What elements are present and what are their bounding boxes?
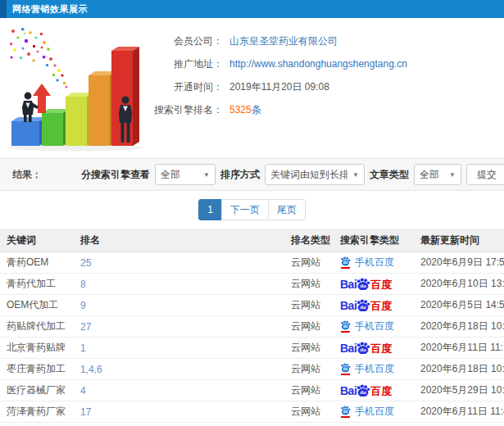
company-label: 会员公司： <box>149 34 223 48</box>
rank-cell[interactable]: 4 <box>74 385 284 397</box>
sort-select[interactable]: 关键词由短到长排序 ▼ <box>265 164 365 185</box>
info-row-company: 会员公司： 山东皇圣堂药业有限公司 <box>149 29 504 52</box>
page-current[interactable]: 1 <box>198 199 222 220</box>
caret-down-icon: ▼ <box>203 171 210 179</box>
keyword-cell: 膏药代加工 <box>0 277 74 291</box>
filter-bar: 结果： 分搜索引擎查看 全部 ▼ 排序方式 关键词由短到长排序 ▼ 文章类型 全… <box>0 158 504 191</box>
svg-text:du: du <box>361 283 367 288</box>
baidu-paw-icon: du <box>356 342 370 354</box>
svg-text:du: du <box>343 324 348 329</box>
rank-type-cell: 云网站 <box>284 405 334 419</box>
table-header-row: 关键词 排名 排名类型 搜索引擎类型 最新更新时间 <box>0 229 504 252</box>
table-row: OEM代加工 9 云网站 Bai du 百度 2020年6月5日 14:57 <box>0 295 504 316</box>
rank-type-cell: 云网站 <box>284 362 334 376</box>
keyword-cell: 枣庄膏药加工 <box>0 362 74 376</box>
header-rank-type: 排名类型 <box>284 233 334 247</box>
rank-count-value: 5325 <box>229 104 252 116</box>
keyword-cell: 药贴牌代加工 <box>0 320 74 333</box>
keyword-cell: 菏泽膏药厂家 <box>0 405 74 419</box>
updated-cell: 2020年6月5日 14:57 <box>414 298 504 312</box>
mobile-baidu-logo: du 手机百度 <box>340 256 394 270</box>
rank-cell[interactable]: 27 <box>74 321 284 333</box>
rank-cell[interactable]: 25 <box>74 257 284 269</box>
mobile-baidu-label: 手机百度 <box>355 362 394 376</box>
page-next-button[interactable]: 下一页 <box>221 199 269 220</box>
rank-type-cell: 云网站 <box>284 383 334 397</box>
submit-button[interactable]: 提交 <box>466 164 504 185</box>
mobile-baidu-label: 手机百度 <box>355 320 394 333</box>
article-type-select-value: 全部 <box>420 168 444 182</box>
engine-cell: du 手机百度 <box>334 362 414 376</box>
engine-cell: du 手机百度 <box>334 405 414 419</box>
rank-cell[interactable]: 1,4,6 <box>74 364 284 375</box>
updated-cell: 2020年6月9日 17:50 <box>414 256 504 270</box>
result-label: 结果： <box>12 168 42 182</box>
baidu-logo-latin: Bai <box>340 385 356 397</box>
rank-count-label: 搜索引擎排名： <box>149 103 223 117</box>
rank-cell[interactable]: 1 <box>74 342 284 354</box>
page-title: 网络营销效果展示 <box>7 3 88 16</box>
engine-cell: Bai du 百度 <box>334 299 414 311</box>
svg-text:du: du <box>361 304 367 310</box>
svg-text:du: du <box>343 261 348 265</box>
table-row: 医疗器械厂家 4 云网站 Bai du 百度 2020年5月29日 10:32 <box>0 380 504 401</box>
baidu-logo-cn: 百度 <box>370 386 392 397</box>
topbar: 网络营销效果展示 <box>0 0 504 18</box>
pagination: 1 下一页 尾页 <box>0 191 504 229</box>
rank-type-cell: 云网站 <box>284 256 334 270</box>
info-row-url: 推广地址： http://www.shandonghuangshengtang.… <box>149 52 504 75</box>
open-time-value: 2019年11月20日 09:08 <box>229 80 329 94</box>
engine-cell: Bai du 百度 <box>334 278 414 290</box>
updated-cell: 2020年6月11日 11:18 <box>414 341 504 355</box>
baidu-logo-latin: Bai <box>340 279 356 290</box>
filter-controls: 分搜索引擎查看 全部 ▼ 排序方式 关键词由短到长排序 ▼ 文章类型 全部 ▼ … <box>81 164 504 185</box>
mobile-baidu-label: 手机百度 <box>355 405 394 419</box>
updated-cell: 2020年6月18日 10:25 <box>414 320 504 333</box>
table-row: 菏泽膏药厂家 17 云网站 du 手机百度 <box>0 401 504 423</box>
promo-url-link[interactable]: http://www.shandonghuangshengtang.cn <box>229 58 407 70</box>
mobile-baidu-logo: du 手机百度 <box>340 320 394 333</box>
mobile-baidu-logo: du 手机百度 <box>340 362 394 376</box>
baidu-logo: Bai du 百度 <box>340 278 392 290</box>
rank-cell[interactable]: 9 <box>74 300 284 311</box>
mobile-baidu-logo: du 手机百度 <box>340 405 394 419</box>
mobile-baidu-paw-icon: du <box>340 256 351 269</box>
keyword-cell: 医疗器械厂家 <box>0 383 74 397</box>
header-keyword: 关键词 <box>0 233 74 247</box>
keyword-cell: 膏药OEM <box>0 256 74 270</box>
baidu-logo-latin: Bai <box>340 342 356 354</box>
updated-cell: 2020年6月10日 13:40 <box>414 277 504 291</box>
sort-filter-label: 排序方式 <box>220 168 260 182</box>
page-last-button[interactable]: 尾页 <box>268 199 306 220</box>
mobile-baidu-label: 手机百度 <box>355 256 394 270</box>
bar-chart-illustration <box>0 18 149 158</box>
svg-text:du: du <box>343 367 348 371</box>
engine-cell: du 手机百度 <box>334 256 414 270</box>
caret-down-icon: ▼ <box>449 171 456 179</box>
promo-url-label: 推广地址： <box>149 57 223 71</box>
baidu-paw-icon: du <box>356 299 370 311</box>
keyword-cell: 北京膏药贴牌 <box>0 341 74 355</box>
mobile-baidu-paw-icon: du <box>340 320 351 333</box>
engine-cell: du 手机百度 <box>334 320 414 333</box>
rank-cell[interactable]: 17 <box>74 406 284 418</box>
rank-type-cell: 云网站 <box>284 277 334 291</box>
rank-cell[interactable]: 8 <box>74 279 284 290</box>
engine-cell: Bai du 百度 <box>334 342 414 354</box>
svg-text:du: du <box>361 389 367 395</box>
hero-section: 会员公司： 山东皇圣堂药业有限公司 推广地址： http://www.shand… <box>0 18 504 158</box>
updated-cell: 2020年6月18日 10:19 <box>414 362 504 376</box>
baidu-logo-latin: Bai <box>340 300 356 311</box>
caret-down-icon: ▼ <box>352 171 359 179</box>
results-table: 关键词 排名 排名类型 搜索引擎类型 最新更新时间 膏药OEM 25 云网站 d… <box>0 229 504 423</box>
engine-select[interactable]: 全部 ▼ <box>155 164 216 185</box>
engine-filter-label: 分搜索引擎查看 <box>81 168 150 182</box>
article-type-select[interactable]: 全部 ▼ <box>414 164 461 185</box>
baidu-paw-icon: du <box>356 278 370 290</box>
company-info: 会员公司： 山东皇圣堂药业有限公司 推广地址： http://www.shand… <box>149 18 504 158</box>
rank-type-cell: 云网站 <box>284 341 334 355</box>
engine-cell: Bai du 百度 <box>334 384 414 397</box>
bar-green <box>42 109 70 146</box>
company-name-link[interactable]: 山东皇圣堂药业有限公司 <box>229 34 338 48</box>
topbar-accent <box>0 0 7 18</box>
